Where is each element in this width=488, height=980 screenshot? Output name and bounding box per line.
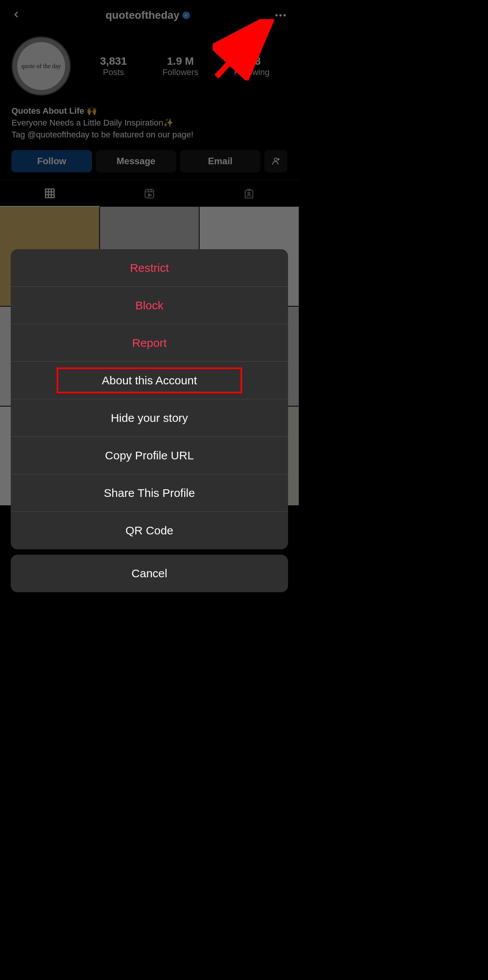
more-options-button[interactable]: •••: [271, 7, 291, 24]
action-sheet: Restrict Block Report About this Account…: [11, 249, 288, 592]
message-button[interactable]: Message: [96, 150, 176, 172]
action-sheet-list: Restrict Block Report About this Account…: [11, 249, 288, 549]
profile-bio: Quotes About Life 🙌 Everyone Needs a Lit…: [0, 100, 299, 146]
sheet-item-restrict[interactable]: Restrict: [11, 249, 288, 287]
avatar-image: quote of the day: [17, 42, 65, 90]
stat-followers[interactable]: 1.9 M Followers: [162, 55, 198, 77]
back-button[interactable]: [8, 5, 25, 26]
sheet-item-share-profile[interactable]: Share This Profile: [11, 474, 288, 512]
verified-badge-icon: ✓: [182, 11, 190, 19]
display-name: Quotes About Life 🙌: [11, 105, 287, 117]
svg-marker-12: [149, 194, 152, 197]
add-user-button[interactable]: [264, 150, 287, 172]
top-bar: quoteoftheday ✓ •••: [0, 0, 299, 31]
profile-actions: Follow Message Email: [0, 146, 299, 180]
followers-count: 1.9 M: [162, 55, 198, 67]
posts-count: 3,831: [100, 55, 127, 67]
email-button[interactable]: Email: [180, 150, 260, 172]
username-label: quoteoftheday: [106, 9, 180, 21]
sheet-item-label: About this Account: [102, 374, 197, 387]
tab-grid[interactable]: [0, 180, 100, 207]
svg-point-0: [274, 158, 277, 161]
svg-point-14: [248, 192, 250, 194]
follow-button[interactable]: Follow: [11, 150, 92, 172]
following-count: 108: [234, 55, 270, 67]
sheet-item-copy-url[interactable]: Copy Profile URL: [11, 437, 288, 474]
posts-label: Posts: [100, 67, 127, 77]
following-label: Following: [234, 67, 270, 77]
bio-line-2: Tag @quoteoftheday to be featured on our…: [11, 129, 287, 141]
profile-stats: 3,831 Posts 1.9 M Followers 108 Followin…: [82, 55, 287, 77]
sheet-item-block[interactable]: Block: [11, 287, 288, 324]
stat-posts[interactable]: 3,831 Posts: [100, 55, 127, 77]
tab-tagged[interactable]: [199, 180, 299, 207]
sheet-cancel-button[interactable]: Cancel: [11, 555, 288, 592]
profile-title: quoteoftheday ✓: [106, 9, 190, 21]
followers-label: Followers: [162, 67, 198, 77]
stat-following[interactable]: 108 Following: [234, 55, 270, 77]
profile-header: quote of the day 3,831 Posts 1.9 M Follo…: [0, 31, 299, 100]
sheet-item-about-account[interactable]: About this Account: [11, 362, 288, 399]
tab-reels[interactable]: [100, 180, 199, 207]
sheet-item-qr-code[interactable]: QR Code: [11, 512, 288, 549]
profile-tabs: [0, 180, 299, 207]
bio-line-1: Everyone Needs a Little Daily Inspiratio…: [11, 117, 287, 129]
sheet-item-report[interactable]: Report: [11, 324, 288, 362]
avatar[interactable]: quote of the day: [11, 36, 71, 96]
sheet-item-hide-story[interactable]: Hide your story: [11, 399, 288, 437]
svg-rect-3: [46, 189, 54, 198]
